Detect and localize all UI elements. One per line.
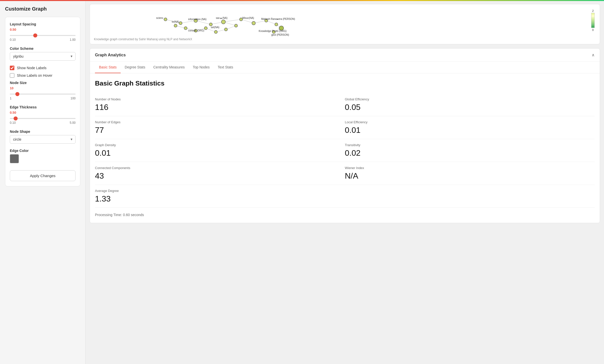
node-shape-select[interactable]: circle square diamond triangle [10, 135, 76, 144]
stat-wiener-label: Wiener Index [345, 166, 595, 170]
tab-top-nodes[interactable]: Top Nodes [189, 62, 214, 73]
edge-color-group: Edge Color [10, 149, 76, 163]
analytics-panel: Graph Analytics ∧ Basic Stats Degree Sta… [90, 48, 600, 223]
color-scheme-label: Color Scheme [10, 47, 76, 51]
svg-text:to(NA): to(NA) [172, 20, 179, 23]
graph-legend: 2 0 [591, 9, 595, 31]
svg-point-32 [275, 23, 278, 26]
svg-point-25 [204, 27, 207, 30]
graph-caption: Knowledge graph constructed by Sahir Mah… [94, 37, 192, 41]
stat-global-efficiency: Global Efficiency 0.05 [345, 93, 595, 116]
stat-edges: Number of Edges 77 [95, 116, 345, 139]
node-size-max: 100 [71, 97, 76, 100]
svg-point-20 [209, 23, 212, 26]
show-node-labels-row: Show Node Labels [10, 66, 76, 70]
stat-components-value: 43 [95, 171, 345, 181]
analytics-header: Graph Analytics ∧ [90, 49, 600, 62]
edge-color-swatch[interactable] [10, 154, 19, 163]
svg-text:Mahesh Rana●era (PERSON): Mahesh Rana●era (PERSON) [261, 18, 295, 20]
svg-line-11 [223, 19, 241, 22]
analytics-tabs: Basic Stats Degree Stats Centrality Meas… [90, 62, 600, 73]
stat-nodes: Number of Nodes 116 [95, 93, 345, 116]
stat-global-eff-value: 0.05 [345, 103, 595, 112]
svg-point-28 [174, 24, 177, 27]
svg-point-27 [184, 27, 187, 30]
controls-card: Layout Spacing 0.50 0.10 1.00 Color Sche… [5, 17, 80, 186]
main-content: scienc to(NA) information (NA) sav▲(NA) … [86, 0, 604, 364]
stat-avg-degree: Average Degree 1.33 [95, 185, 345, 208]
svg-text:information (NA): information (NA) [188, 18, 207, 21]
stat-edges-value: 77 [95, 126, 345, 135]
stats-grid: Number of Nodes 116 Global Efficiency 0.… [95, 93, 595, 208]
svg-point-22 [234, 24, 238, 27]
stat-global-eff-label: Global Efficiency [345, 97, 595, 101]
node-shape-group: Node Shape circle square diamond triangl… [10, 130, 76, 144]
collapse-button[interactable]: ∧ [592, 53, 595, 57]
show-labels-hover-checkbox[interactable] [10, 73, 14, 78]
stat-density: Graph Density 0.01 [95, 139, 345, 162]
show-node-labels-checkbox[interactable] [10, 66, 14, 70]
layout-spacing-value: 0.50 [10, 28, 76, 31]
show-labels-hover-row: Show Labels on Hover [10, 73, 76, 78]
svg-text:scienc: scienc [156, 17, 163, 19]
graph-area: scienc to(NA) information (NA) sav▲(NA) … [90, 4, 600, 44]
stat-transitivity-value: 0.02 [345, 148, 595, 158]
layout-spacing-slider[interactable] [10, 35, 76, 36]
legend-min: 0 [592, 28, 594, 31]
tab-centrality-measures[interactable]: Centrality Measures [149, 62, 189, 73]
stat-nodes-label: Number of Nodes [95, 97, 345, 101]
svg-text:geol (PERSON): geol (PERSON) [271, 33, 289, 36]
show-node-labels-label[interactable]: Show Node Labels [17, 66, 47, 70]
node-size-range: 1 100 [10, 97, 76, 100]
stat-components-label: Connected Components [95, 166, 345, 170]
tab-text-stats[interactable]: Text Stats [214, 62, 237, 73]
svg-text:Knowledge Photo (ORG): Knowledge Photo (ORG) [259, 30, 287, 32]
edge-thickness-range: 0.10 5.00 [10, 121, 76, 125]
sidebar: Customize Graph Layout Spacing 0.50 0.10… [0, 0, 86, 364]
color-scheme-group: Color Scheme ylgnbu viridis plasma magma… [10, 47, 76, 61]
stat-avg-degree-label: Average Degree [95, 189, 345, 193]
svg-line-12 [241, 19, 254, 23]
svg-point-24 [214, 30, 217, 33]
analytics-title: Graph Analytics [95, 53, 126, 57]
edge-color-label: Edge Color [10, 149, 76, 153]
stat-density-label: Graph Density [95, 143, 345, 147]
edge-thickness-slider-container [10, 115, 76, 120]
show-labels-hover-label[interactable]: Show Labels on Hover [17, 73, 52, 77]
svg-point-23 [224, 28, 227, 31]
svg-point-21 [221, 20, 225, 24]
edge-thickness-max: 5.00 [70, 121, 76, 125]
color-scheme-select[interactable]: ylgnbu viridis plasma magma cividis [10, 52, 76, 61]
tab-degree-stats[interactable]: Degree Stats [121, 62, 149, 73]
node-size-slider-container [10, 91, 76, 96]
stat-local-efficiency: Local Efficiency 0.01 [345, 116, 595, 139]
legend-max: 2 [592, 9, 594, 12]
stat-empty [345, 185, 595, 208]
svg-text:sav▲(NA): sav▲(NA) [216, 17, 227, 19]
svg-point-17 [164, 18, 167, 21]
svg-point-30 [252, 21, 255, 25]
stat-wiener-value: N/A [345, 171, 595, 181]
stat-density-value: 0.01 [95, 148, 345, 158]
layout-spacing-range: 0.10 1.00 [10, 38, 76, 42]
edge-thickness-label: Edge Thickness [10, 105, 76, 109]
tab-basic-stats[interactable]: Basic Stats [95, 62, 121, 73]
apply-changes-button[interactable]: Apply Changes [10, 170, 76, 181]
stat-transitivity: Transitivity 0.02 [345, 139, 595, 162]
node-size-slider[interactable] [10, 94, 76, 95]
svg-line-2 [196, 21, 211, 24]
node-size-group: Node Size 10 1 100 [10, 81, 76, 100]
edge-thickness-slider[interactable] [10, 118, 76, 119]
stat-components: Connected Components 43 [95, 162, 345, 185]
color-scheme-select-wrapper: ylgnbu viridis plasma magma cividis ▼ [10, 52, 76, 61]
stat-edges-label: Number of Edges [95, 120, 345, 124]
processing-time: Processing Time: 0.60 seconds [95, 213, 595, 217]
svg-line-1 [181, 21, 196, 23]
stats-content: Basic Graph Statistics Number of Nodes 1… [90, 73, 600, 223]
layout-spacing-max: 1.00 [70, 38, 76, 42]
layout-spacing-group: Layout Spacing 0.50 0.10 1.00 [10, 22, 76, 42]
stat-local-eff-label: Local Efficiency [345, 120, 595, 124]
legend-gradient [591, 13, 595, 28]
stat-wiener: Wiener Index N/A [345, 162, 595, 185]
edge-thickness-group: Edge Thickness 0.50 0.10 5.00 [10, 105, 76, 125]
